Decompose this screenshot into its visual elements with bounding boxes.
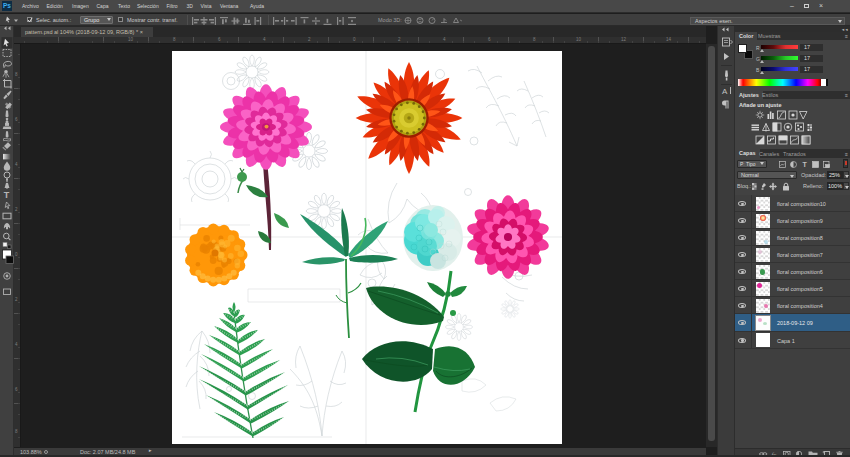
svg-text:A: A bbox=[722, 87, 728, 96]
svg-text:T: T bbox=[4, 190, 10, 200]
svg-text:T: T bbox=[803, 161, 808, 168]
